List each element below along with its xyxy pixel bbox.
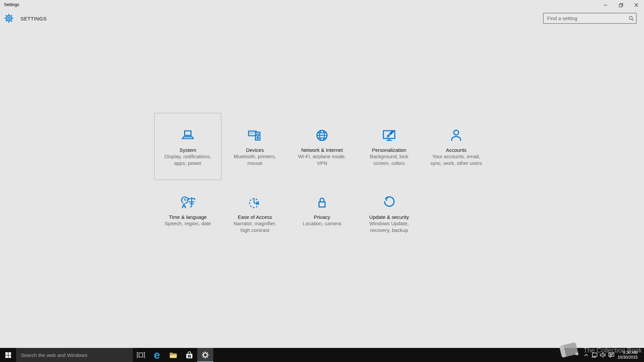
edge-icon: e — [154, 349, 160, 360]
tile-subtitle: Speech, region, date — [165, 220, 211, 227]
settings-window: Settings SETTINGS — [0, 0, 644, 362]
tile-title: Privacy — [314, 214, 330, 220]
tile-subtitle: Narrator, magnifier, high contrast — [233, 220, 276, 234]
tile-subtitle: Windows Update, recovery, backup — [369, 220, 409, 234]
settings-taskbar-button[interactable] — [197, 348, 213, 362]
tile-title: Devices — [246, 147, 264, 153]
lock-icon — [314, 194, 330, 210]
monitor-pen-icon — [381, 127, 397, 143]
gear-icon — [202, 351, 209, 359]
globe-icon — [314, 127, 330, 143]
folder-icon — [169, 352, 177, 358]
tile-subtitle: Location, camera — [303, 220, 341, 227]
store-button[interactable] — [181, 348, 197, 362]
find-setting-input[interactable] — [544, 13, 627, 23]
edge-button[interactable]: e — [149, 348, 165, 362]
settings-gear-icon — [4, 14, 13, 23]
find-setting-box — [543, 13, 637, 24]
system-tray: 9:30 AM 10/30/2015 — [582, 348, 644, 362]
tile-subtitle: Bluetooth, printers, mouse — [234, 153, 276, 167]
tray-chevron-up-icon[interactable] — [582, 348, 590, 362]
clock-time: 9:30 AM — [618, 350, 638, 355]
laptop-icon — [180, 127, 196, 143]
tile-system[interactable]: System Display, notifications, apps, pow… — [154, 113, 221, 180]
tile-subtitle: Wi-Fi, airplane mode, VPN — [298, 153, 346, 167]
person-icon — [448, 127, 464, 143]
tile-personalization[interactable]: Personalization Background, lock screen,… — [356, 113, 423, 180]
tile-title: Network & Internet — [301, 147, 343, 153]
tray-action-center-icon[interactable] — [607, 348, 615, 362]
tile-title: Personalization — [372, 147, 407, 153]
tile-title: Ease of Access — [238, 214, 272, 220]
svg-text:A: A — [181, 202, 186, 209]
sync-arrow-icon — [381, 194, 397, 210]
tile-title: Time & language — [169, 214, 207, 220]
tile-update-security[interactable]: Update & security Windows Update, recove… — [356, 180, 423, 247]
tile-title: System — [179, 147, 196, 153]
keyboard-speaker-icon — [247, 127, 263, 143]
search-icon[interactable] — [627, 13, 636, 23]
app-header: SETTINGS — [0, 0, 644, 30]
tile-privacy[interactable]: Privacy Location, camera — [288, 180, 356, 247]
taskbar-spacer — [213, 348, 582, 362]
file-explorer-button[interactable] — [165, 348, 181, 362]
task-view-icon — [137, 351, 145, 359]
tray-volume-icon[interactable] — [599, 348, 607, 362]
task-view-button[interactable] — [133, 348, 149, 362]
tile-title: Update & security — [369, 214, 409, 220]
taskbar-search-input[interactable] — [16, 348, 133, 362]
store-bag-icon — [185, 351, 193, 359]
tile-accounts[interactable]: Accounts Your accounts, email, sync, wor… — [423, 113, 490, 180]
tile-time-language[interactable]: A Time & language Speech, region, date — [154, 180, 221, 247]
settings-category-grid: System Display, notifications, apps, pow… — [154, 113, 490, 247]
tile-title: Accounts — [446, 147, 467, 153]
page-title: SETTINGS — [20, 16, 47, 21]
tile-ease-of-access[interactable]: Ease of Access Narrator, magnifier, high… — [221, 180, 288, 247]
tile-devices[interactable]: Devices Bluetooth, printers, mouse — [221, 113, 288, 180]
taskbar: e — [0, 348, 644, 362]
clock-language-icon: A — [180, 194, 196, 210]
tray-network-icon[interactable] — [590, 348, 599, 362]
clock-date: 10/30/2015 — [618, 355, 638, 360]
taskbar-clock[interactable]: 9:30 AM 10/30/2015 — [618, 350, 638, 360]
taskbar-search-box — [16, 348, 133, 362]
start-button[interactable] — [0, 348, 16, 362]
dashed-circle-arrow-icon — [247, 194, 263, 210]
tile-subtitle: Display, notifications, apps, power — [164, 153, 211, 167]
tile-subtitle: Background, lock screen, colors — [370, 153, 408, 167]
windows-logo-icon — [5, 352, 11, 358]
tile-subtitle: Your accounts, email, sync, work, other … — [430, 153, 482, 167]
tile-network-internet[interactable]: Network & Internet Wi-Fi, airplane mode,… — [288, 113, 356, 180]
